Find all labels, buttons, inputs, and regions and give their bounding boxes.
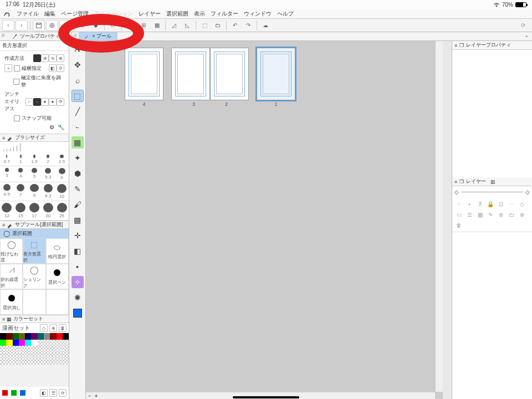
flip-v-button[interactable]: ◺ (181, 20, 193, 31)
brush-size-0.7[interactable]: 0.7 (0, 153, 14, 166)
import-button[interactable]: 🗀 (212, 20, 224, 31)
screen-button[interactable]: ⬚ (198, 20, 211, 31)
brush-size-20[interactable]: 20 (41, 201, 55, 221)
wrench-icon[interactable]: 🔧 (58, 124, 64, 130)
polyline-tool-icon[interactable]: ⨽ (71, 121, 84, 133)
brush-size-12[interactable]: 12 (0, 201, 14, 221)
subtool-2[interactable]: ⬭楕円選択 (46, 238, 69, 264)
opacity-slider[interactable] (461, 191, 523, 193)
mode-new[interactable] (33, 54, 41, 62)
page-thumb-1[interactable] (257, 48, 295, 100)
clear-button[interactable]: ▱ (107, 20, 119, 31)
brush-size-17[interactable]: 17 (28, 201, 42, 221)
rect-button[interactable]: ▭ (124, 20, 136, 31)
save-button[interactable] (33, 20, 45, 31)
menu-help[interactable]: ヘルプ (277, 10, 294, 18)
gradient-tool-icon[interactable]: ◧ (71, 245, 84, 257)
subtool-0[interactable]: ◯投げなわ選 (0, 238, 23, 264)
ratio-checkbox[interactable] (14, 65, 20, 71)
flip-h-button[interactable]: ◿ (168, 20, 180, 31)
menu-edit[interactable]: 編集 (44, 10, 55, 18)
zoom-tool-icon[interactable]: ⌕ (71, 74, 84, 86)
tab-pool[interactable]: × プール (79, 32, 117, 40)
swatch-blue[interactable] (20, 390, 25, 396)
subtool-7[interactable] (23, 289, 45, 315)
subtool-3[interactable]: ⩘折れ線選択 (0, 264, 23, 289)
sel-all-button[interactable]: ◇ (76, 20, 89, 31)
scrollbar-vertical[interactable] (435, 41, 443, 392)
grid-button[interactable]: ⊞ (137, 20, 150, 31)
move-tool-icon[interactable]: ✥ (71, 59, 84, 71)
canvas-area[interactable]: 4 32 1 − + (86, 41, 443, 399)
brush-size-25[interactable]: 25 (55, 201, 69, 221)
zoom-out-icon[interactable]: − (88, 393, 91, 399)
nav-fwd-button[interactable]: › (16, 20, 28, 31)
menu-view[interactable]: 表示 (194, 10, 205, 18)
effect-tool-icon[interactable]: ✧ (71, 276, 84, 288)
open-button[interactable] (46, 20, 58, 31)
brush-size-5[interactable]: 5 (28, 166, 42, 182)
reset-icon[interactable]: ⚙ (49, 124, 54, 130)
color-palette[interactable] (0, 333, 69, 364)
cloud-button[interactable]: ☁ (259, 20, 272, 31)
brush-size-8[interactable]: 8 (28, 182, 42, 201)
snap-button[interactable]: ▦ (151, 20, 163, 31)
mode-int[interactable]: ⊗ (57, 54, 64, 62)
subtool-5[interactable]: 選択ペン (46, 264, 69, 289)
brush-size-3[interactable]: 3 (0, 166, 14, 182)
brush-size-6[interactable]: 6 (55, 166, 69, 182)
tabs-more-icon[interactable]: ⌄ (524, 32, 529, 40)
menu-layer[interactable]: レイヤー (139, 10, 161, 18)
subtool-active-bar[interactable]: ◯選択範囲 (0, 229, 69, 238)
line-tool-icon[interactable]: ╱ (71, 105, 84, 117)
brush-size-2[interactable]: 2 (41, 153, 55, 166)
pen-tool-icon[interactable]: ✎ (71, 183, 84, 195)
undo-button[interactable]: ↶ (229, 20, 241, 31)
menu-anim[interactable]: アニメーション (94, 10, 133, 18)
page-thumb-4[interactable] (125, 48, 163, 100)
rotate-button[interactable] (59, 20, 71, 31)
brush-size-1[interactable]: 1 (14, 153, 28, 166)
desel-button[interactable]: ◆ (90, 20, 102, 31)
grip-icon[interactable]: ≡ (0, 32, 7, 40)
fill-tool-icon[interactable]: ▪ (71, 260, 84, 273)
subtool-1[interactable]: ⬚長方形選択 (23, 238, 45, 264)
menu-page[interactable]: ページ管理 (61, 10, 89, 18)
subtool-4[interactable]: ◯シュリンク (23, 264, 45, 289)
nav-back-button[interactable]: ‹ (2, 20, 14, 31)
color-tool-icon[interactable] (71, 307, 84, 319)
text-tool-icon[interactable]: A (71, 43, 84, 55)
snap-checkbox[interactable] (14, 115, 20, 121)
menu-select[interactable]: 選択範囲 (166, 10, 188, 18)
tab-toolprop[interactable]: ツールプロパティ[長 (7, 32, 73, 40)
grip-icon-2[interactable]: ≡ (72, 32, 79, 40)
brush-size-15[interactable]: 15 (14, 201, 28, 221)
brush-size-10[interactable]: 10 (55, 182, 69, 201)
sparkle-tool-icon[interactable]: ✦ (71, 152, 84, 164)
swatch-red[interactable] (2, 390, 8, 396)
brush-size-4[interactable]: 4 (14, 166, 28, 182)
page-spread-23[interactable] (171, 48, 249, 100)
redo-button[interactable]: ↷ (242, 20, 254, 31)
shape-tool-icon[interactable]: ⬢ (71, 167, 84, 180)
brush-size-7[interactable]: 7 (14, 182, 28, 201)
brush-size-1.5[interactable]: 1.5 (28, 153, 42, 166)
swatch-green[interactable] (11, 390, 17, 396)
mode-sub[interactable]: ⊖ (49, 54, 57, 62)
menu-filter[interactable]: フィルター (211, 10, 238, 18)
tone-tool-icon[interactable]: ▩ (71, 214, 84, 226)
mode-add[interactable]: ⊕ (41, 54, 49, 62)
brush-size-5.3[interactable]: 5.3 (41, 166, 55, 182)
menu-file[interactable]: ファイル (17, 10, 39, 18)
brush-tool-icon[interactable]: 🖌 (71, 198, 84, 211)
crosshair-tool-icon[interactable]: ✛ (71, 229, 84, 242)
brush-size-8.3[interactable]: 8.3 (41, 182, 55, 201)
brush-size-6.5[interactable]: 6.5 (0, 182, 14, 201)
marquee-tool-icon[interactable]: ⬚ (71, 90, 84, 102)
expand-ratio[interactable]: + (4, 64, 12, 72)
zoom-in-icon[interactable]: + (95, 393, 98, 399)
subtool-6[interactable]: 選択消し (0, 289, 23, 315)
frame-tool-icon[interactable]: ▦ (71, 136, 84, 149)
menu-window[interactable]: ウィンドウ (244, 10, 272, 18)
star-tool-icon[interactable]: ✺ (71, 291, 84, 304)
